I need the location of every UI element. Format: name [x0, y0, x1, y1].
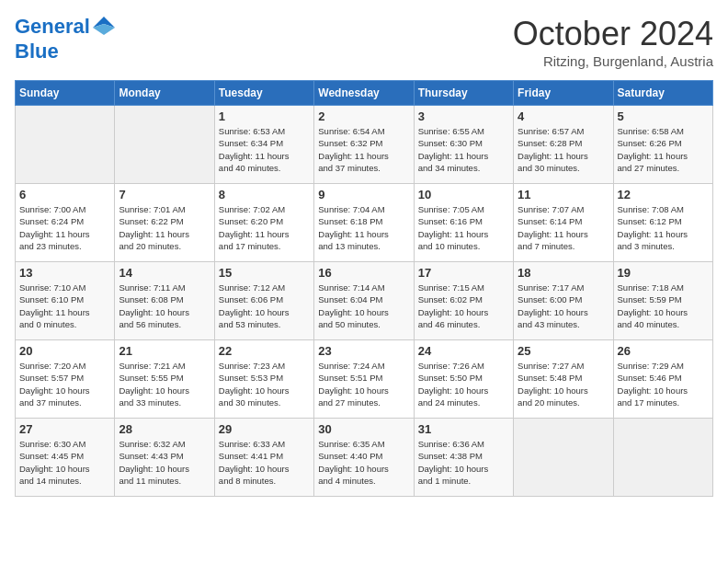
month-title: October 2024 [513, 15, 713, 53]
calendar-cell: 21Sunrise: 7:21 AM Sunset: 5:55 PM Dayli… [115, 340, 214, 419]
day-number: 3 [418, 109, 509, 123]
day-number: 13 [19, 266, 110, 280]
day-number: 2 [318, 109, 409, 123]
calendar-cell: 16Sunrise: 7:14 AM Sunset: 6:04 PM Dayli… [314, 262, 414, 340]
calendar-cell: 12Sunrise: 7:08 AM Sunset: 6:12 PM Dayli… [613, 184, 712, 262]
weekday-header-friday: Friday [514, 81, 613, 106]
day-info: Sunrise: 7:15 AM Sunset: 6:02 PM Dayligh… [418, 282, 509, 330]
calendar-week-1: 1Sunrise: 6:53 AM Sunset: 6:34 PM Daylig… [16, 106, 713, 184]
day-info: Sunrise: 7:12 AM Sunset: 6:06 PM Dayligh… [219, 282, 310, 330]
day-info: Sunrise: 7:01 AM Sunset: 6:22 PM Dayligh… [119, 203, 210, 252]
day-number: 7 [119, 188, 210, 201]
calendar-cell: 31Sunrise: 6:36 AM Sunset: 4:38 PM Dayli… [414, 419, 513, 497]
calendar-cell: 4Sunrise: 6:57 AM Sunset: 6:28 PM Daylig… [514, 106, 613, 184]
calendar-cell: 9Sunrise: 7:04 AM Sunset: 6:18 PM Daylig… [314, 184, 414, 262]
day-number: 29 [219, 422, 310, 436]
day-info: Sunrise: 7:23 AM Sunset: 5:53 PM Dayligh… [219, 360, 310, 408]
day-info: Sunrise: 6:32 AM Sunset: 4:43 PM Dayligh… [119, 438, 210, 487]
calendar-cell: 27Sunrise: 6:30 AM Sunset: 4:45 PM Dayli… [16, 419, 115, 497]
calendar-cell: 20Sunrise: 7:20 AM Sunset: 5:57 PM Dayli… [16, 340, 115, 419]
calendar-table: SundayMondayTuesdayWednesdayThursdayFrid… [15, 80, 713, 497]
weekday-header-wednesday: Wednesday [314, 81, 414, 106]
day-number: 23 [318, 344, 409, 358]
logo-blue-text: Blue [15, 40, 118, 63]
day-info: Sunrise: 6:53 AM Sunset: 6:34 PM Dayligh… [219, 125, 310, 174]
day-number: 31 [418, 422, 509, 436]
day-info: Sunrise: 6:54 AM Sunset: 6:32 PM Dayligh… [318, 125, 409, 174]
calendar-week-5: 27Sunrise: 6:30 AM Sunset: 4:45 PM Dayli… [16, 419, 713, 497]
calendar-cell: 11Sunrise: 7:07 AM Sunset: 6:14 PM Dayli… [514, 184, 613, 262]
calendar-cell [16, 106, 115, 184]
page-header: General Blue October 2024 Ritzing, Burge… [15, 15, 713, 69]
weekday-header-saturday: Saturday [613, 81, 712, 106]
day-number: 8 [219, 188, 310, 201]
day-info: Sunrise: 7:18 AM Sunset: 5:59 PM Dayligh… [618, 282, 709, 330]
day-info: Sunrise: 7:04 AM Sunset: 6:18 PM Dayligh… [318, 203, 409, 252]
day-number: 22 [219, 344, 310, 358]
day-number: 9 [318, 188, 409, 201]
calendar-cell: 15Sunrise: 7:12 AM Sunset: 6:06 PM Dayli… [214, 262, 313, 340]
weekday-header-thursday: Thursday [414, 81, 513, 106]
day-number: 11 [518, 188, 609, 201]
day-info: Sunrise: 6:57 AM Sunset: 6:28 PM Dayligh… [518, 125, 609, 174]
calendar-cell: 25Sunrise: 7:27 AM Sunset: 5:48 PM Dayli… [514, 340, 613, 419]
day-number: 14 [119, 266, 210, 280]
calendar-cell: 19Sunrise: 7:18 AM Sunset: 5:59 PM Dayli… [613, 262, 712, 340]
day-info: Sunrise: 7:24 AM Sunset: 5:51 PM Dayligh… [318, 360, 409, 408]
logo-icon [91, 15, 117, 40]
calendar-cell: 30Sunrise: 6:35 AM Sunset: 4:40 PM Dayli… [314, 419, 414, 497]
calendar-cell: 26Sunrise: 7:29 AM Sunset: 5:46 PM Dayli… [613, 340, 712, 419]
calendar-cell: 23Sunrise: 7:24 AM Sunset: 5:51 PM Dayli… [314, 340, 414, 419]
day-info: Sunrise: 7:00 AM Sunset: 6:24 PM Dayligh… [19, 203, 110, 252]
day-number: 17 [418, 266, 509, 280]
title-block: October 2024 Ritzing, Burgenland, Austri… [513, 15, 713, 69]
calendar-week-2: 6Sunrise: 7:00 AM Sunset: 6:24 PM Daylig… [16, 184, 713, 262]
day-number: 10 [418, 188, 509, 201]
day-number: 1 [219, 109, 310, 123]
day-info: Sunrise: 7:27 AM Sunset: 5:48 PM Dayligh… [518, 360, 609, 408]
calendar-cell: 13Sunrise: 7:10 AM Sunset: 6:10 PM Dayli… [16, 262, 115, 340]
calendar-week-3: 13Sunrise: 7:10 AM Sunset: 6:10 PM Dayli… [16, 262, 713, 340]
day-number: 5 [618, 109, 709, 123]
day-number: 19 [618, 266, 709, 280]
calendar-cell: 10Sunrise: 7:05 AM Sunset: 6:16 PM Dayli… [414, 184, 513, 262]
day-number: 18 [518, 266, 609, 280]
day-info: Sunrise: 6:33 AM Sunset: 4:41 PM Dayligh… [219, 438, 310, 487]
day-info: Sunrise: 7:17 AM Sunset: 6:00 PM Dayligh… [518, 282, 609, 330]
day-info: Sunrise: 7:10 AM Sunset: 6:10 PM Dayligh… [19, 282, 110, 330]
calendar-cell [115, 106, 214, 184]
day-number: 20 [19, 344, 110, 358]
calendar-week-4: 20Sunrise: 7:20 AM Sunset: 5:57 PM Dayli… [16, 340, 713, 419]
calendar-cell [613, 419, 712, 497]
day-info: Sunrise: 7:26 AM Sunset: 5:50 PM Dayligh… [418, 360, 509, 408]
day-info: Sunrise: 7:20 AM Sunset: 5:57 PM Dayligh… [19, 360, 110, 408]
day-number: 25 [518, 344, 609, 358]
calendar-cell: 5Sunrise: 6:58 AM Sunset: 6:26 PM Daylig… [613, 106, 712, 184]
day-number: 12 [618, 188, 709, 201]
day-number: 27 [19, 422, 110, 436]
day-number: 30 [318, 422, 409, 436]
calendar-cell: 22Sunrise: 7:23 AM Sunset: 5:53 PM Dayli… [214, 340, 313, 419]
calendar-cell: 8Sunrise: 7:02 AM Sunset: 6:20 PM Daylig… [214, 184, 313, 262]
calendar-cell: 6Sunrise: 7:00 AM Sunset: 6:24 PM Daylig… [16, 184, 115, 262]
day-info: Sunrise: 7:07 AM Sunset: 6:14 PM Dayligh… [518, 203, 609, 252]
day-number: 24 [418, 344, 509, 358]
day-number: 26 [618, 344, 709, 358]
logo: General Blue [15, 15, 118, 63]
day-number: 4 [518, 109, 609, 123]
weekday-header-monday: Monday [115, 81, 214, 106]
day-info: Sunrise: 7:29 AM Sunset: 5:46 PM Dayligh… [618, 360, 709, 408]
weekday-header-sunday: Sunday [16, 81, 115, 106]
location-subtitle: Ritzing, Burgenland, Austria [513, 53, 713, 69]
day-info: Sunrise: 7:21 AM Sunset: 5:55 PM Dayligh… [119, 360, 210, 408]
day-number: 15 [219, 266, 310, 280]
calendar-cell: 28Sunrise: 6:32 AM Sunset: 4:43 PM Dayli… [115, 419, 214, 497]
day-info: Sunrise: 7:14 AM Sunset: 6:04 PM Dayligh… [318, 282, 409, 330]
weekday-header-tuesday: Tuesday [214, 81, 313, 106]
day-info: Sunrise: 6:55 AM Sunset: 6:30 PM Dayligh… [418, 125, 509, 174]
calendar-cell: 17Sunrise: 7:15 AM Sunset: 6:02 PM Dayli… [414, 262, 513, 340]
day-info: Sunrise: 6:30 AM Sunset: 4:45 PM Dayligh… [19, 438, 110, 487]
weekday-header-row: SundayMondayTuesdayWednesdayThursdayFrid… [16, 81, 713, 106]
calendar-cell: 1Sunrise: 6:53 AM Sunset: 6:34 PM Daylig… [214, 106, 313, 184]
calendar-cell: 24Sunrise: 7:26 AM Sunset: 5:50 PM Dayli… [414, 340, 513, 419]
